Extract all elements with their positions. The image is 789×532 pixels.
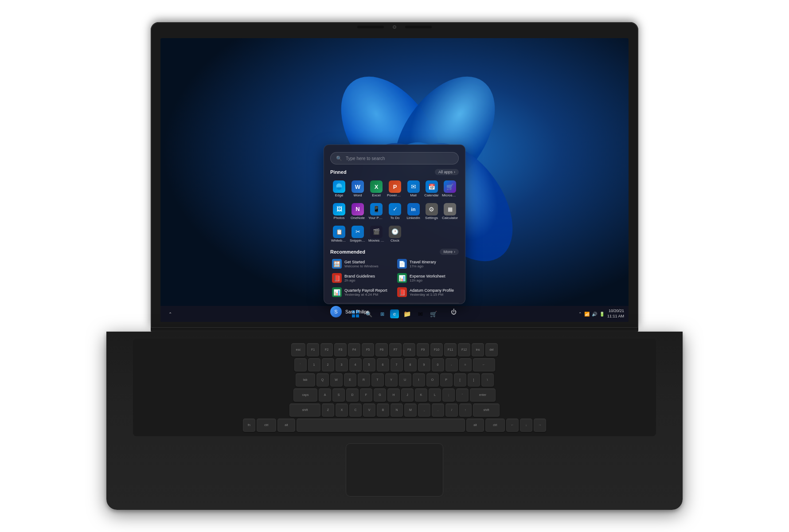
app-word[interactable]: W Word	[349, 179, 367, 200]
key-f7[interactable]: F7	[389, 343, 402, 356]
key-c[interactable]: C	[349, 403, 362, 417]
app-movies[interactable]: 🎬 Movies & TV	[367, 224, 385, 245]
app-snipping[interactable]: ✂ Snipping Tool	[349, 224, 367, 245]
battery-icon[interactable]: 🔋	[599, 312, 605, 317]
key-left[interactable]: ←	[506, 419, 519, 432]
key-backslash[interactable]: \	[481, 373, 494, 387]
app-phone[interactable]: 📱 Your Phone	[367, 201, 385, 222]
key-4[interactable]: 4	[349, 358, 362, 372]
key-b[interactable]: B	[377, 403, 389, 417]
key-tab[interactable]: tab	[296, 373, 315, 387]
key-f4[interactable]: F4	[348, 343, 360, 356]
key-lbracket[interactable]: [	[454, 373, 466, 387]
rec-payroll[interactable]: 📊 Quarterly Payroll Report Yesterday at …	[330, 286, 394, 298]
key-enter[interactable]: enter	[470, 388, 496, 402]
rec-brand[interactable]: 📕 Brand Guidelines 2h ago	[330, 272, 394, 284]
app-todo[interactable]: ✓ To Do	[386, 201, 404, 222]
key-j[interactable]: J	[401, 388, 414, 402]
key-1[interactable]: 1	[308, 358, 320, 372]
app-powerpoint[interactable]: P PowerPoint	[386, 179, 404, 200]
key-alt-right[interactable]: alt	[466, 419, 484, 432]
key-down[interactable]: ↓	[520, 419, 532, 432]
key-space[interactable]	[297, 419, 465, 432]
key-rbracket[interactable]: ]	[468, 373, 480, 387]
key-7[interactable]: 7	[391, 358, 403, 372]
key-shift-left[interactable]: shift	[289, 403, 320, 417]
key-f3[interactable]: F3	[334, 343, 347, 356]
key-f9[interactable]: F9	[417, 343, 429, 356]
key-x[interactable]: X	[336, 403, 348, 417]
key-q[interactable]: Q	[316, 373, 329, 387]
key-f2[interactable]: F2	[320, 343, 333, 356]
app-edge[interactable]: Edge	[330, 179, 348, 200]
key-z[interactable]: Z	[322, 403, 334, 417]
key-equal[interactable]: =	[459, 358, 472, 372]
app-onenote[interactable]: N OneNote	[349, 201, 367, 222]
rec-travel[interactable]: 📄 Travel Itinerary 17m ago	[395, 258, 459, 270]
key-quote[interactable]: '	[456, 388, 469, 402]
key-g[interactable]: G	[374, 388, 386, 402]
key-f8[interactable]: F8	[403, 343, 415, 356]
key-up[interactable]: ↑	[459, 403, 472, 417]
key-ctrl-right[interactable]: ctrl	[485, 419, 505, 432]
app-calculator[interactable]: ▦ Calculator	[441, 201, 459, 222]
more-button[interactable]: More ›	[440, 249, 459, 255]
key-2[interactable]: 2	[322, 358, 334, 372]
key-esc[interactable]: esc	[291, 343, 305, 356]
rec-expense[interactable]: 📊 Expense Worksheet 12h ago	[395, 272, 459, 284]
rec-adatum[interactable]: 📕 Adatum Company Profile Yesterday at 1:…	[395, 286, 459, 298]
search-bar[interactable]: 🔍 Type here to search	[330, 152, 459, 164]
key-f[interactable]: F	[360, 388, 372, 402]
key-insert[interactable]: ins	[472, 343, 484, 356]
key-y[interactable]: Y	[385, 373, 398, 387]
volume-icon[interactable]: 🔊	[592, 312, 597, 317]
key-h[interactable]: H	[387, 388, 400, 402]
tray-chevron[interactable]: ⌃	[578, 312, 582, 316]
key-s[interactable]: S	[332, 388, 345, 402]
network-icon[interactable]: 📶	[584, 312, 590, 317]
key-m[interactable]: M	[404, 403, 417, 417]
key-v[interactable]: V	[363, 403, 375, 417]
key-n[interactable]: N	[391, 403, 403, 417]
key-8[interactable]: 8	[404, 358, 417, 372]
key-5[interactable]: 5	[363, 358, 375, 372]
app-linkedin[interactable]: in LinkedIn	[405, 201, 422, 222]
key-delete[interactable]: del	[485, 343, 498, 356]
power-button[interactable]: ⏻	[448, 306, 459, 317]
key-o[interactable]: O	[426, 373, 439, 387]
key-ctrl-left[interactable]: ctrl	[257, 419, 276, 432]
datetime-display[interactable]: 10/20/21 11:11 AM	[607, 309, 624, 319]
key-alt-left[interactable]: alt	[277, 419, 295, 432]
key-a[interactable]: A	[319, 388, 331, 402]
key-d[interactable]: D	[346, 388, 359, 402]
key-caps[interactable]: caps	[293, 388, 317, 402]
key-k[interactable]: K	[415, 388, 427, 402]
touchpad[interactable]	[346, 443, 443, 497]
key-backtick[interactable]: `	[294, 358, 307, 372]
key-slash[interactable]: /	[445, 403, 458, 417]
key-6[interactable]: 6	[377, 358, 389, 372]
key-f11[interactable]: F11	[444, 343, 457, 356]
key-p[interactable]: P	[440, 373, 453, 387]
app-calendar[interactable]: 📅 Calendar	[423, 179, 440, 200]
key-i[interactable]: I	[413, 373, 425, 387]
key-period[interactable]: .	[432, 403, 444, 417]
app-photos[interactable]: 🖼 Photos	[330, 201, 348, 222]
key-semicolon[interactable]: ;	[442, 388, 455, 402]
key-f5[interactable]: F5	[362, 343, 374, 356]
key-f12[interactable]: F12	[458, 343, 470, 356]
key-t[interactable]: T	[371, 373, 384, 387]
key-3[interactable]: 3	[336, 358, 348, 372]
app-mail[interactable]: ✉ Mail	[405, 179, 422, 200]
user-info[interactable]: S Sara Philips	[330, 306, 369, 317]
rec-get-started[interactable]: 🪟 Get Started Welcome to Windows	[330, 258, 394, 270]
app-excel[interactable]: X Excel	[367, 179, 385, 200]
key-9[interactable]: 9	[418, 358, 430, 372]
key-f10[interactable]: F10	[430, 343, 443, 356]
all-apps-button[interactable]: All apps ›	[435, 169, 459, 175]
key-right[interactable]: →	[534, 419, 546, 432]
key-f1[interactable]: F1	[307, 343, 319, 356]
key-e[interactable]: E	[344, 373, 356, 387]
key-fn[interactable]: fn	[243, 419, 255, 432]
key-shift-right[interactable]: shift	[473, 403, 500, 417]
